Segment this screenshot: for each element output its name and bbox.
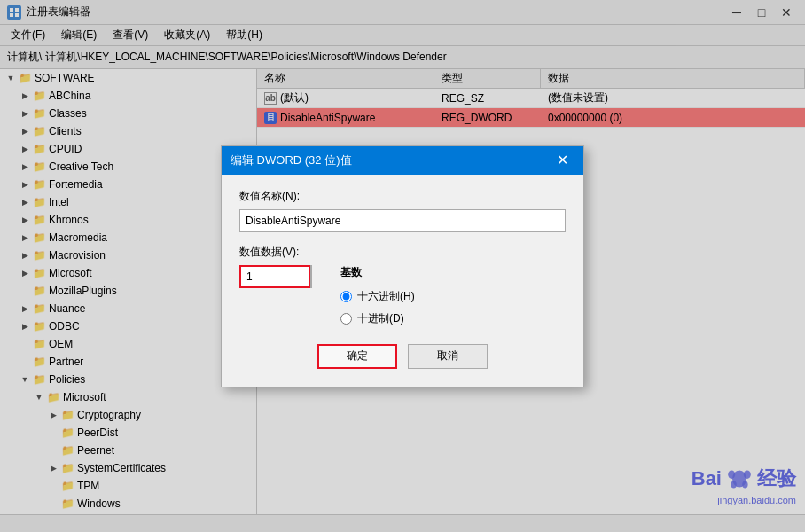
modal-overlay: 编辑 DWORD (32 位)值 ✕ 数值名称(N): 数值数据(V): 基数 … (0, 0, 805, 532)
data-value-input[interactable] (239, 265, 310, 288)
edit-dword-dialog: 编辑 DWORD (32 位)值 ✕ 数值名称(N): 数值数据(V): 基数 … (221, 145, 584, 387)
radio-dec[interactable]: 十进制(D) (340, 311, 415, 326)
radio-dec-input[interactable] (340, 313, 352, 325)
dialog-buttons: 确定 取消 (239, 344, 566, 369)
radio-dec-label: 十进制(D) (357, 311, 404, 326)
base-label: 基数 (340, 265, 415, 280)
name-label: 数值名称(N): (239, 189, 566, 204)
dialog-body: 数值名称(N): 数值数据(V): 基数 十六进制(H) 十进制(D) (222, 175, 583, 387)
data-value-extra[interactable] (310, 265, 312, 288)
data-label: 数值数据(V): (239, 245, 566, 260)
dialog-close-button[interactable]: ✕ (550, 148, 574, 173)
data-row: 基数 十六进制(H) 十进制(D) (239, 265, 566, 326)
ok-button[interactable]: 确定 (317, 344, 397, 369)
radio-hex-label: 十六进制(H) (357, 289, 415, 304)
radio-hex[interactable]: 十六进制(H) (340, 289, 415, 304)
dialog-title-bar: 编辑 DWORD (32 位)值 ✕ (222, 146, 583, 175)
base-group: 基数 十六进制(H) 十进制(D) (340, 265, 415, 326)
radio-hex-input[interactable] (340, 291, 352, 302)
cancel-button[interactable]: 取消 (408, 344, 488, 369)
dialog-title: 编辑 DWORD (32 位)值 (231, 153, 352, 168)
name-input[interactable] (239, 209, 566, 232)
